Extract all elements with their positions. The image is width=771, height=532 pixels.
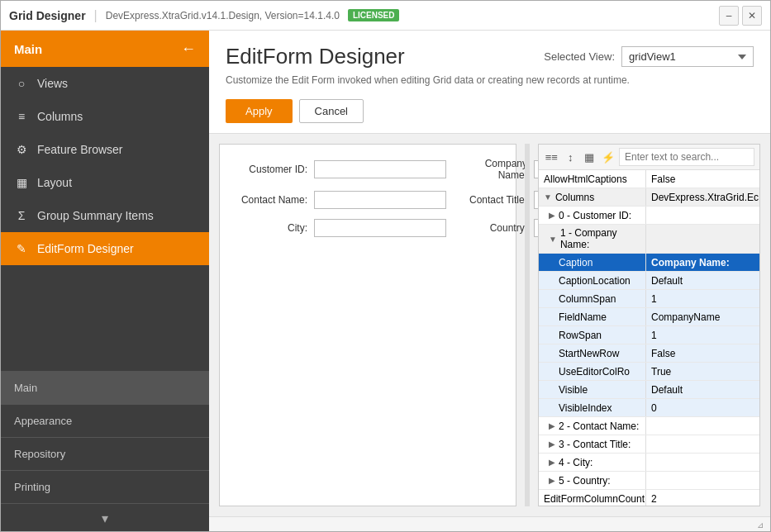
prop-row-allowhtml[interactable]: AllowHtmlCaptions False bbox=[539, 170, 759, 188]
prop-row-useeditor[interactable]: UseEditorColRo True bbox=[539, 363, 759, 381]
content-subtitle: Customize the Edit Form invoked when edi… bbox=[226, 74, 754, 86]
titlebar: Grid Designer | DevExpress.XtraGrid.v14.… bbox=[1, 1, 770, 31]
columns-expand-icon[interactable]: ▼ bbox=[544, 192, 552, 202]
sidebar-section-repository[interactable]: Repository bbox=[1, 438, 209, 471]
customer-id-input[interactable] bbox=[314, 160, 446, 178]
prop-key-columnspan: ColumnSpan bbox=[539, 290, 646, 307]
statusbar: ⊿ bbox=[209, 516, 770, 532]
col5-expand-icon[interactable]: ▶ bbox=[549, 476, 555, 485]
sidebar-item-group-summary[interactable]: Σ Group Summary Items bbox=[1, 199, 209, 232]
prop-row-col2[interactable]: ▶ 2 - Contact Name: bbox=[539, 417, 759, 435]
prop-sort-alpha-button[interactable]: ↕ bbox=[563, 148, 578, 166]
sidebar-section-printing[interactable]: Printing bbox=[1, 471, 209, 504]
prop-row-visible[interactable]: Visible Default bbox=[539, 381, 759, 399]
prop-row-columnspan[interactable]: ColumnSpan 1 bbox=[539, 290, 759, 308]
prop-key-rowspan: RowSpan bbox=[539, 326, 646, 344]
feature-browser-icon: ⚙ bbox=[14, 143, 29, 156]
content-header: EditForm Designer Selected View: gridVie… bbox=[209, 31, 770, 134]
city-input[interactable] bbox=[314, 219, 446, 237]
content-body: Customer ID: Company Name: Contact Name:… bbox=[209, 134, 770, 516]
form-row-location: City: Country: bbox=[233, 219, 502, 237]
prop-key-columns: ▼ Columns bbox=[539, 188, 646, 206]
app-version: DevExpress.XtraGrid.v14.1.Design, Versio… bbox=[106, 10, 340, 21]
prop-row-caption[interactable]: Caption Company Name: bbox=[539, 254, 759, 272]
main-layout: Main ← ○ Views ≡ Columns ⚙ Feature Brows… bbox=[1, 31, 770, 532]
prop-key-useeditor: UseEditorColRo bbox=[539, 363, 646, 380]
prop-row-columns[interactable]: ▼ Columns DevExpress.XtraGrid.Ec bbox=[539, 188, 759, 207]
col0-expand-icon[interactable]: ▶ bbox=[549, 211, 555, 220]
prop-val-col4 bbox=[646, 454, 759, 471]
sidebar-item-layout[interactable]: ▦ Layout bbox=[1, 166, 209, 199]
prop-val-col3 bbox=[646, 435, 759, 453]
col2-expand-icon[interactable]: ▶ bbox=[549, 421, 555, 430]
prop-row-editformcolcount[interactable]: EditFormColumnCount 2 bbox=[539, 490, 759, 506]
prop-row-col3[interactable]: ▶ 3 - Contact Title: bbox=[539, 435, 759, 454]
prop-val-columnspan: 1 bbox=[646, 290, 759, 307]
company-name-label: Company Name: bbox=[453, 158, 527, 181]
sidebar-section-repository-label: Repository bbox=[14, 448, 65, 460]
prop-key-editformcolcount: EditFormColumnCount bbox=[539, 490, 646, 506]
customer-id-label: Customer ID: bbox=[233, 164, 307, 175]
col1-expand-icon[interactable]: ▼ bbox=[549, 235, 557, 244]
sidebar-item-feature-browser-label: Feature Browser bbox=[37, 143, 122, 156]
prop-val-rowspan: 1 bbox=[646, 326, 759, 344]
country-label: Country: bbox=[453, 222, 527, 234]
col4-expand-icon[interactable]: ▶ bbox=[549, 458, 555, 467]
sidebar-section-main-label: Main bbox=[14, 382, 37, 394]
prop-key-col2: ▶ 2 - Contact Name: bbox=[539, 417, 646, 435]
statusbar-resize-icon: ⊿ bbox=[757, 520, 764, 530]
sidebar: Main ← ○ Views ≡ Columns ⚙ Feature Brows… bbox=[1, 31, 209, 532]
properties-toolbar: ≡≡ ↕ ▦ ⚡ bbox=[539, 145, 759, 170]
sidebar-bottom: ▾ bbox=[1, 504, 209, 532]
prop-row-visibleindex[interactable]: VisibleIndex 0 bbox=[539, 399, 759, 417]
selected-view-select[interactable]: gridView1 bbox=[621, 46, 754, 67]
sidebar-section-printing-label: Printing bbox=[14, 481, 50, 493]
contact-name-label: Contact Name: bbox=[233, 194, 307, 206]
form-row-customerid: Customer ID: Company Name: bbox=[233, 158, 502, 181]
prop-row-captionloc[interactable]: CaptionLocation Default bbox=[539, 272, 759, 290]
app-title: Grid Designer bbox=[9, 9, 86, 22]
sidebar-section-appearance[interactable]: Appearance bbox=[1, 405, 209, 438]
prop-row-col4[interactable]: ▶ 4 - City: bbox=[539, 454, 759, 472]
prop-val-col1 bbox=[646, 225, 759, 253]
sidebar-section-appearance-label: Appearance bbox=[14, 415, 72, 427]
prop-row-fieldname[interactable]: FieldName CompanyName bbox=[539, 308, 759, 326]
prop-row-startnewrow[interactable]: StartNewRow False bbox=[539, 344, 759, 363]
prop-events-button[interactable]: ⚡ bbox=[600, 148, 616, 166]
sidebar-item-views[interactable]: ○ Views bbox=[1, 67, 209, 100]
sidebar-back-button[interactable]: ← bbox=[181, 40, 196, 58]
sidebar-section-main[interactable]: Main bbox=[1, 372, 209, 405]
prop-val-visible: Default bbox=[646, 381, 759, 398]
page-title: EditForm Designer bbox=[226, 44, 405, 69]
sidebar-title: Main bbox=[14, 42, 42, 56]
sidebar-sections: Main Appearance Repository Printing bbox=[1, 371, 209, 504]
col3-expand-icon[interactable]: ▶ bbox=[549, 439, 555, 449]
prop-key-allowhtml: AllowHtmlCaptions bbox=[539, 170, 646, 188]
prop-row-rowspan[interactable]: RowSpan 1 bbox=[539, 326, 759, 344]
prop-row-col1[interactable]: ▼ 1 - Company Name: bbox=[539, 225, 759, 254]
prop-table: AllowHtmlCaptions False ▼ Columns DevExp… bbox=[539, 170, 759, 506]
layout-icon: ▦ bbox=[14, 176, 29, 189]
close-button[interactable]: ✕ bbox=[742, 6, 762, 26]
prop-search-input[interactable] bbox=[619, 148, 754, 166]
resize-handle bbox=[525, 144, 530, 506]
prop-val-startnewrow: False bbox=[646, 344, 759, 362]
selected-view-row: Selected View: gridView1 bbox=[544, 46, 754, 67]
selected-view-label: Selected View: bbox=[544, 50, 615, 63]
sidebar-item-columns[interactable]: ≡ Columns bbox=[1, 100, 209, 133]
apply-button[interactable]: Apply bbox=[226, 99, 293, 123]
contact-name-input[interactable] bbox=[314, 191, 446, 209]
sidebar-expand-button[interactable]: ▾ bbox=[102, 511, 108, 526]
sidebar-item-feature-browser[interactable]: ⚙ Feature Browser bbox=[1, 133, 209, 166]
prop-val-col5 bbox=[646, 472, 759, 489]
cancel-button[interactable]: Cancel bbox=[299, 99, 364, 123]
sidebar-item-group-summary-label: Group Summary Items bbox=[37, 209, 154, 222]
editform-icon: ✎ bbox=[14, 242, 29, 255]
minimize-button[interactable]: – bbox=[719, 6, 739, 26]
sidebar-item-editform[interactable]: ✎ EditForm Designer bbox=[1, 232, 209, 265]
city-label: City: bbox=[233, 222, 307, 234]
prop-grid-view-button[interactable]: ▦ bbox=[582, 148, 597, 166]
prop-row-col0[interactable]: ▶ 0 - Customer ID: bbox=[539, 207, 759, 225]
prop-row-col5[interactable]: ▶ 5 - Country: bbox=[539, 472, 759, 490]
prop-sort-cat-button[interactable]: ≡≡ bbox=[544, 148, 559, 166]
